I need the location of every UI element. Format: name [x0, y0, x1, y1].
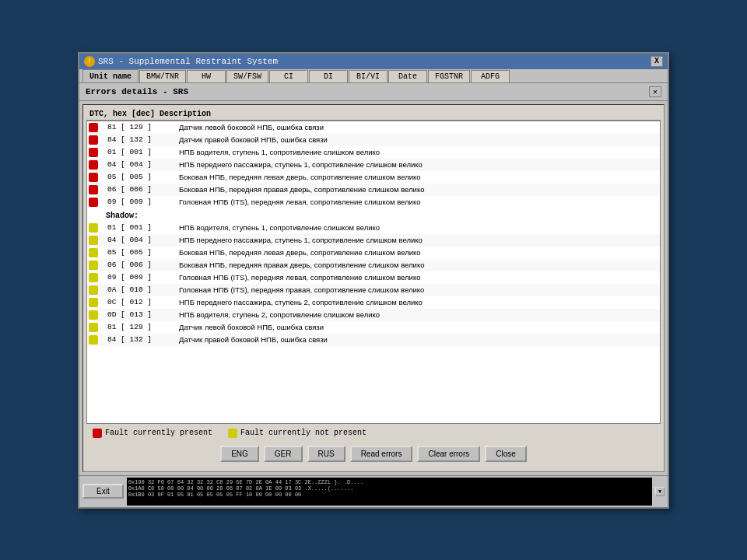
legend-yellow-icon [228, 429, 237, 438]
yellow-indicator [89, 323, 98, 332]
legend-red: Fault currently present [93, 429, 212, 438]
desc-cell: Боковая НПБ, передняя левая дверь, сопро… [176, 248, 658, 257]
dtc-cell: 84 [ 132 ] [106, 135, 176, 144]
desc-cell: Боковая НПБ, передняя правая дверь, сопр… [176, 261, 658, 269]
desc-cell: НПБ водителя, ступень 1, сопротивление с… [176, 223, 658, 232]
desc-cell: Боковая НПБ, передняя правая дверь, сопр… [176, 185, 658, 194]
tab-date[interactable]: Date [388, 70, 427, 82]
ger-button[interactable]: GER [264, 446, 303, 462]
legend-red-label: Fault currently present [105, 429, 212, 437]
window-title: SRS - Supplemental Restraint System [98, 57, 278, 66]
table-row: 09 [ 009 ] Головная НПБ (ITS), передняя … [87, 271, 660, 284]
dtc-cell: 05 [ 005 ] [106, 173, 176, 181]
red-indicator [89, 173, 98, 182]
rus-button[interactable]: RUS [307, 446, 345, 462]
red-indicator [89, 198, 98, 207]
desc-cell: Боковая НПБ, передняя левая дверь, сопро… [176, 173, 658, 181]
scrollbar-down-arrow[interactable]: ▼ [655, 487, 665, 496]
tab-adfg[interactable]: ADFG [471, 70, 510, 82]
desc-cell: Датчик правой боковой НПБ, ошибка связи [176, 335, 658, 344]
dtc-cell: 06 [ 006 ] [106, 185, 176, 194]
dtc-cell: 04 [ 004 ] [106, 160, 176, 169]
tab-unit-name[interactable]: Unit name [82, 69, 139, 82]
window-close-button[interactable]: X [651, 56, 663, 67]
desc-cell: Головная НПБ (ITS), передняя правая, соп… [176, 285, 658, 294]
legend-area: Fault currently present Fault currently … [86, 424, 661, 443]
table-body: 81 [ 129 ] Датчик левой боковой НПБ, оши… [86, 121, 661, 424]
errors-table-wrapper: DTC, hex [dec] Description 81 [ 129 ] Да… [86, 108, 661, 424]
bottom-buttons: ENG GER RUS Read errors Clear errors Clo… [86, 443, 661, 468]
desc-cell: НПБ водителя, ступень 1, сопротивление с… [176, 148, 658, 156]
shadow-label: Shadow: [87, 208, 660, 222]
yellow-indicator [89, 261, 98, 270]
table-row: 06 [ 006 ] Боковая НПБ, передняя правая … [87, 184, 660, 196]
clear-errors-button[interactable]: Clear errors [417, 446, 480, 462]
desc-cell: Головная НПБ (ITS), передняя левая, сопр… [176, 273, 658, 282]
desc-cell: Датчик левой боковой НПБ, ошибка связи [176, 323, 658, 331]
red-indicator [89, 148, 98, 157]
red-indicator [89, 135, 98, 145]
col-dtc-header: DTC, hex [dec] [89, 110, 160, 118]
eng-button[interactable]: ENG [220, 446, 259, 462]
table-row: 05 [ 005 ] Боковая НПБ, передняя левая д… [87, 247, 660, 259]
errors-header: Errors details - SRS ✕ [79, 83, 668, 101]
table-header: DTC, hex [dec] Description [86, 108, 661, 121]
tab-ci[interactable]: CI [269, 70, 308, 82]
close-button[interactable]: Close [485, 446, 527, 462]
dtc-cell: 81 [ 129 ] [106, 123, 176, 131]
dtc-cell: 81 [ 129 ] [106, 323, 176, 331]
desc-cell: НПБ переднего пассажира, ступень 1, сопр… [176, 160, 658, 169]
tab-swfsw[interactable]: SW/FSW [226, 70, 268, 82]
dtc-cell: 09 [ 009 ] [106, 273, 176, 282]
tab-hw[interactable]: HW [187, 70, 226, 82]
dtc-cell: 05 [ 005 ] [106, 248, 176, 257]
app-icon: ! [84, 56, 95, 67]
table-row: 0C [ 012 ] НПБ переднего пассажира, ступ… [87, 296, 660, 309]
legend-yellow-label: Fault currently not present [240, 429, 366, 437]
tab-bivi[interactable]: BI/VI [349, 70, 388, 82]
main-window: ! SRS - Supplemental Restraint System X … [78, 52, 669, 509]
yellow-indicator [89, 223, 98, 233]
errors-title: Errors details - SRS [86, 87, 188, 96]
yellow-indicator [89, 310, 98, 320]
yellow-indicator [89, 273, 98, 282]
exit-button[interactable]: Exit [82, 484, 124, 499]
dtc-cell: 04 [ 004 ] [106, 236, 176, 244]
red-indicator [89, 185, 98, 194]
dtc-cell: 06 [ 006 ] [106, 261, 176, 269]
table-row: 0D [ 013 ] НПБ водителя, ступень 2, сопр… [87, 309, 660, 321]
table-row: 04 [ 004 ] НПБ переднего пассажира, ступ… [87, 159, 660, 171]
dtc-cell: 01 [ 001 ] [106, 148, 176, 156]
dtc-cell: 84 [ 132 ] [106, 335, 176, 344]
errors-close-button[interactable]: ✕ [649, 86, 661, 97]
read-errors-button[interactable]: Read errors [350, 446, 413, 462]
content-area: DTC, hex [dec] Description 81 [ 129 ] Да… [82, 104, 665, 472]
yellow-indicator [89, 285, 98, 295]
desc-cell: НПБ переднего пассажира, ступень 2, сопр… [176, 298, 658, 306]
errors-table: DTC, hex [dec] Description 81 [ 129 ] Да… [86, 108, 661, 424]
yellow-indicator [89, 236, 98, 245]
red-indicator [89, 123, 98, 132]
table-row: 09 [ 009 ] Головная НПБ (ITS), передняя … [87, 196, 660, 208]
table-row: 04 [ 004 ] НПБ переднего пассажира, ступ… [87, 234, 660, 247]
col-desc-header: Description [160, 110, 658, 118]
tab-di[interactable]: DI [309, 70, 348, 82]
desc-cell: НПБ переднего пассажира, ступень 1, сопр… [176, 236, 658, 244]
tab-fgstnr[interactable]: FGSTNR [428, 70, 470, 82]
desc-cell: Головная НПБ (ITS), передняя левая, сопр… [176, 198, 658, 206]
dtc-cell: 0C [ 012 ] [106, 298, 176, 306]
table-row: 01 [ 001 ] НПБ водителя, ступень 1, сопр… [87, 222, 660, 234]
desc-cell: НПБ водителя, ступень 2, сопротивление с… [176, 310, 658, 319]
table-row: 06 [ 006 ] Боковая НПБ, передняя правая … [87, 259, 660, 271]
legend-yellow: Fault currently not present [228, 429, 366, 438]
table-row: 05 [ 005 ] Боковая НПБ, передняя левая д… [87, 171, 660, 184]
dtc-cell: 0D [ 013 ] [106, 310, 176, 319]
log-line-1: 0x190 32 F0 07 04 32 32 32 C8 29 5E 7D 2… [128, 479, 651, 485]
legend-red-icon [93, 429, 102, 438]
desc-cell: Датчик правой боковой НПБ, ошибка связи [176, 135, 658, 144]
dtc-cell: 09 [ 009 ] [106, 198, 176, 206]
tab-bmwtnr[interactable]: BMW/TNR [139, 70, 186, 82]
table-row: 81 [ 129 ] Датчик левой боковой НПБ, оши… [87, 321, 660, 334]
dtc-cell: 0A [ 010 ] [106, 285, 176, 294]
log-line-3: 0x1B0 03 0F 01 05 01 05 05 05 05 FF 10 0… [128, 492, 651, 498]
